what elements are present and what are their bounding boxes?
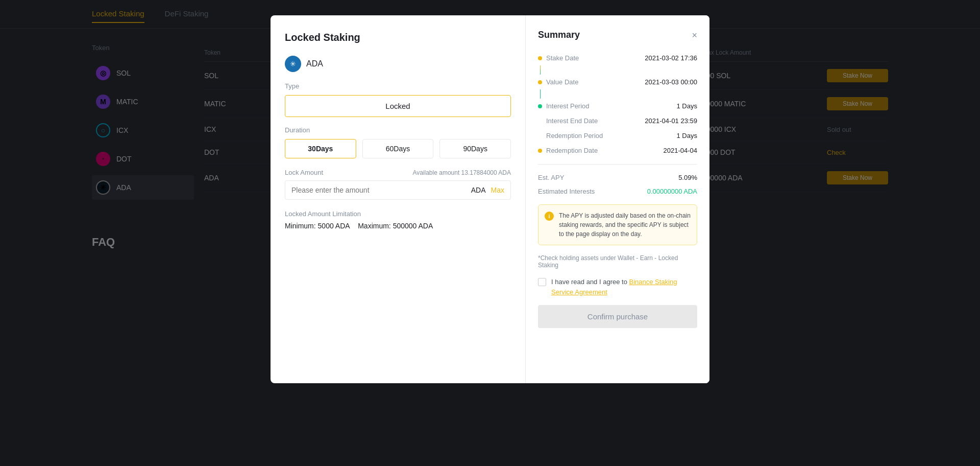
value-date-label: Value Date (538, 78, 578, 86)
redemption-date-row: Redemption Date 2021-04-04 (538, 143, 697, 158)
duration-90-button[interactable]: 90Days (439, 139, 511, 158)
info-box: i The APY is adjusted daily based on the… (538, 204, 697, 245)
est-interests-row: Estimated Interests 0.00000000 ADA (538, 184, 697, 198)
limitation-title: Locked Amount Limitation (285, 210, 511, 218)
redemption-period-value: 1 Days (677, 132, 697, 139)
summary-title: Summary (538, 30, 580, 40)
value-date-row: Value Date 2021-03-03 00:00 (538, 75, 697, 89)
est-interests-value: 0.00000000 ADA (647, 188, 697, 195)
redemption-period-row: Redemption Period 1 Days (538, 128, 697, 143)
lock-amount-header: Lock Amount Available amount 13.17884000… (285, 169, 511, 176)
modal-right-panel: Summary × Stake Date 2021-03-02 17:36 (526, 15, 709, 383)
max-label: Maximum: (358, 222, 391, 230)
timeline-section: Stake Date 2021-03-02 17:36 Value Date 2… (538, 51, 697, 158)
amount-input[interactable] (291, 186, 466, 194)
duration-60-button[interactable]: 60Days (362, 139, 434, 158)
amount-currency: ADA (471, 186, 486, 194)
timeline-gap-2 (538, 89, 697, 99)
token-icon-modal: ✳ (285, 56, 301, 72)
divider-1 (538, 164, 697, 165)
modal-title: Locked Staking (285, 32, 511, 43)
type-button[interactable]: Locked (285, 95, 511, 117)
value-dot (538, 80, 542, 84)
token-name-modal: ADA (306, 59, 323, 68)
stake-date-row: Stake Date 2021-03-02 17:36 (538, 51, 697, 65)
interest-end-date-row: Interest End Date 2021-04-01 23:59 (538, 113, 697, 128)
check-note: *Check holding assets under Wallet - Ear… (538, 254, 697, 269)
timeline-gap-1 (538, 65, 697, 75)
est-apy-label: Est. APY (538, 174, 564, 181)
duration-label: Duration (285, 126, 511, 134)
staking-modal: Locked Staking ✳ ADA Type Locked Duratio… (271, 15, 709, 383)
summary-header: Summary × (538, 30, 697, 40)
token-header: ✳ ADA (285, 56, 511, 72)
close-button[interactable]: × (692, 31, 697, 40)
interest-dot (538, 104, 542, 108)
redemption-date-label: Redemption Date (538, 147, 598, 154)
redemption-dot (538, 149, 542, 153)
est-apy-row: Est. APY 5.09% (538, 171, 697, 184)
interest-end-value: 2021-04-01 23:59 (645, 117, 697, 125)
stake-date-label: Stake Date (538, 54, 579, 62)
agreement-text: I have read and I agree to Binance Staki… (551, 277, 697, 297)
interest-end-label: Interest End Date (546, 117, 598, 125)
info-text: The APY is adjusted daily based on the o… (559, 211, 691, 239)
stake-date-value: 2021-03-02 17:36 (645, 54, 697, 62)
min-label: Minimum: (285, 222, 316, 230)
duration-30-button[interactable]: 30Days (285, 139, 356, 158)
value-date-value: 2021-03-03 00:00 (645, 78, 697, 86)
lock-amount-label: Lock Amount (285, 169, 323, 176)
limitation-section: Locked Amount Limitation Minimum: 5000 A… (285, 210, 511, 230)
duration-group: 30Days 60Days 90Days (285, 139, 511, 158)
agreement-row: I have read and I agree to Binance Staki… (538, 277, 697, 297)
modal-left-panel: Locked Staking ✳ ADA Type Locked Duratio… (271, 15, 526, 383)
est-interests-label: Estimated Interests (538, 188, 595, 195)
stake-dot (538, 56, 542, 60)
interest-period-label: Interest Period (538, 102, 590, 110)
available-amount: Available amount 13.17884000 ADA (412, 169, 511, 176)
interest-period-row: Interest Period 1 Days (538, 99, 697, 113)
amount-input-row: ADA Max (285, 180, 511, 200)
type-label: Type (285, 82, 511, 90)
info-icon: i (545, 212, 554, 221)
confirm-purchase-button[interactable]: Confirm purchase (538, 305, 697, 328)
redemption-period-label: Redemption Period (546, 132, 603, 139)
min-value: 5000 ADA (318, 222, 350, 230)
est-apy-value: 5.09% (678, 174, 697, 181)
limitation-values: Minimum: 5000 ADA Maximum: 500000 ADA (285, 222, 511, 230)
interest-period-value: 1 Days (677, 102, 697, 110)
agreement-checkbox[interactable] (538, 278, 546, 286)
redemption-date-value: 2021-04-04 (664, 147, 698, 154)
max-value: 500000 ADA (393, 222, 433, 230)
max-button[interactable]: Max (491, 186, 504, 194)
